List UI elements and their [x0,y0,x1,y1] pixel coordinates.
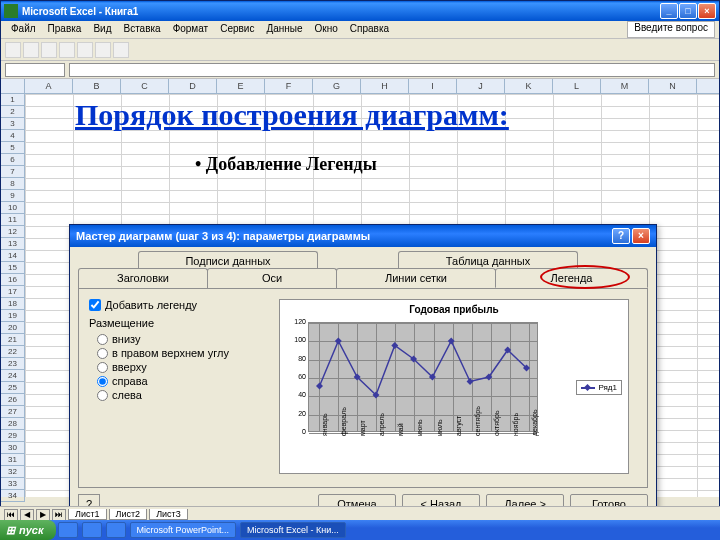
tab-nav-next-icon[interactable]: ▶ [36,509,50,521]
row-header[interactable]: 27 [1,406,25,418]
row-header[interactable]: 17 [1,286,25,298]
tab-nav-last-icon[interactable]: ⏭ [52,509,66,521]
cells-grid[interactable]: Порядок построения диаграмм: • Добавлени… [25,94,719,497]
row-header[interactable]: 11 [1,214,25,226]
row-header[interactable]: 2 [1,106,25,118]
tab-nav-first-icon[interactable]: ⏮ [4,509,18,521]
add-legend-checkbox[interactable] [89,299,101,311]
menu-data[interactable]: Данные [260,21,308,38]
taskbar-item-powerpoint[interactable]: Microsoft PowerPoint... [130,522,237,538]
row-header[interactable]: 28 [1,418,25,430]
cut-icon[interactable] [77,42,93,58]
row-header[interactable]: 19 [1,310,25,322]
row-header[interactable]: 3 [1,118,25,130]
row-header[interactable]: 34 [1,490,25,502]
sheet-tab[interactable]: Лист1 [68,509,107,520]
taskbar-item[interactable] [58,522,78,538]
tab-titles[interactable]: Заголовки [78,268,208,288]
row-header[interactable]: 7 [1,166,25,178]
formula-input[interactable] [69,63,715,77]
row-header[interactable]: 25 [1,382,25,394]
col-header[interactable]: D [169,79,217,93]
maximize-button[interactable]: □ [679,3,697,19]
paste-icon[interactable] [113,42,129,58]
row-header[interactable]: 18 [1,298,25,310]
menu-window[interactable]: Окно [309,21,344,38]
tab-legend[interactable]: Легенда [495,268,648,288]
row-header[interactable]: 14 [1,250,25,262]
new-icon[interactable] [5,42,21,58]
row-header[interactable]: 23 [1,358,25,370]
dialog-close-button[interactable]: × [632,228,650,244]
row-header[interactable]: 1 [1,94,25,106]
menu-help[interactable]: Справка [344,21,395,38]
dialog-help-button[interactable]: ? [612,228,630,244]
row-header[interactable]: 31 [1,454,25,466]
col-header[interactable]: M [601,79,649,93]
sheet-tab[interactable]: Лист3 [149,509,188,520]
col-header[interactable]: A [25,79,73,93]
taskbar-item-excel[interactable]: Microsoft Excel - Кни... [240,522,346,538]
placement-right-radio[interactable] [97,376,108,387]
placement-topright-radio[interactable] [97,348,108,359]
taskbar-item[interactable] [106,522,126,538]
row-header[interactable]: 26 [1,394,25,406]
row-header[interactable]: 24 [1,370,25,382]
row-header[interactable]: 16 [1,274,25,286]
minimize-button[interactable]: _ [660,3,678,19]
row-header[interactable]: 8 [1,178,25,190]
menu-insert[interactable]: Вставка [117,21,166,38]
row-header[interactable]: 4 [1,130,25,142]
sheet-tab[interactable]: Лист2 [109,509,148,520]
menu-view[interactable]: Вид [87,21,117,38]
placement-top-radio[interactable] [97,362,108,373]
col-header[interactable]: F [265,79,313,93]
col-header[interactable]: G [313,79,361,93]
row-header[interactable]: 6 [1,154,25,166]
copy-icon[interactable] [95,42,111,58]
placement-bottom-radio[interactable] [97,334,108,345]
help-search-input[interactable]: Введите вопрос [627,21,715,38]
col-header[interactable]: K [505,79,553,93]
tab-data-labels[interactable]: Подписи данных [138,251,318,269]
select-all-corner[interactable] [1,79,25,93]
start-button[interactable]: ⊞ пуск [0,520,56,540]
row-header[interactable]: 20 [1,322,25,334]
row-header[interactable]: 5 [1,142,25,154]
x-tick-label: декабрь [531,406,566,436]
row-header[interactable]: 33 [1,478,25,490]
taskbar-item[interactable] [82,522,102,538]
menu-format[interactable]: Формат [167,21,215,38]
name-box[interactable] [5,63,65,77]
open-icon[interactable] [23,42,39,58]
col-header[interactable]: L [553,79,601,93]
col-header[interactable]: J [457,79,505,93]
menu-tools[interactable]: Сервис [214,21,260,38]
row-header[interactable]: 9 [1,190,25,202]
row-header[interactable]: 12 [1,226,25,238]
tab-gridlines[interactable]: Линии сетки [336,268,496,288]
col-header[interactable]: C [121,79,169,93]
menu-edit[interactable]: Правка [42,21,88,38]
row-header[interactable]: 15 [1,262,25,274]
row-header[interactable]: 29 [1,430,25,442]
close-button[interactable]: × [698,3,716,19]
save-icon[interactable] [41,42,57,58]
row-header[interactable]: 30 [1,442,25,454]
tab-nav-prev-icon[interactable]: ◀ [20,509,34,521]
tab-data-table[interactable]: Таблица данных [398,251,578,269]
col-header[interactable]: B [73,79,121,93]
col-header[interactable]: E [217,79,265,93]
row-header[interactable]: 32 [1,466,25,478]
col-header[interactable]: H [361,79,409,93]
print-icon[interactable] [59,42,75,58]
menu-file[interactable]: Файл [5,21,42,38]
row-header[interactable]: 22 [1,346,25,358]
placement-left-radio[interactable] [97,390,108,401]
row-header[interactable]: 21 [1,334,25,346]
col-header[interactable]: I [409,79,457,93]
tab-axes[interactable]: Оси [207,268,337,288]
row-header[interactable]: 13 [1,238,25,250]
col-header[interactable]: N [649,79,697,93]
row-header[interactable]: 10 [1,202,25,214]
